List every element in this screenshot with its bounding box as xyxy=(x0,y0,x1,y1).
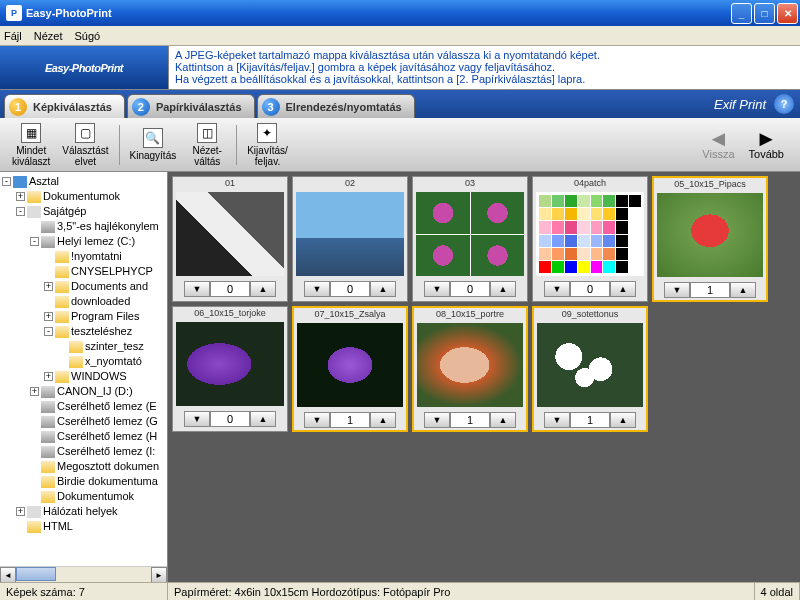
tree-label: Cserélhető lemez (I: xyxy=(57,444,155,459)
collapse-icon[interactable]: - xyxy=(44,327,53,336)
tree-item[interactable]: Birdie dokumentuma xyxy=(2,474,165,489)
status-pages: 4 oldal xyxy=(755,583,800,600)
menu-help[interactable]: Súgó xyxy=(74,30,100,42)
expand-icon[interactable]: + xyxy=(16,507,25,516)
tree-item[interactable]: Cserélhető lemez (I: xyxy=(2,444,165,459)
decrement-button[interactable]: ▼ xyxy=(664,282,690,298)
select-all-icon: ▦ xyxy=(21,123,41,143)
maximize-button[interactable]: □ xyxy=(754,3,775,24)
tree-item[interactable]: Megosztott dokumen xyxy=(2,459,165,474)
decrement-button[interactable]: ▼ xyxy=(544,281,570,297)
increment-button[interactable]: ▲ xyxy=(370,412,396,428)
thumb-image xyxy=(296,192,404,276)
app-logo: Easy-PhotoPrint xyxy=(0,46,168,89)
expand-icon[interactable]: + xyxy=(44,282,53,291)
scroll-left-button[interactable]: ◄ xyxy=(0,567,16,582)
tree-item[interactable]: CNYSELPHYCP xyxy=(2,264,165,279)
minimize-button[interactable]: _ xyxy=(731,3,752,24)
tree-label: HTML xyxy=(43,519,73,534)
tree-item[interactable]: -Sajátgép xyxy=(2,204,165,219)
zoom-button[interactable]: 🔍 Kinagyítás xyxy=(124,126,183,163)
tree-label: x_nyomtató xyxy=(85,354,142,369)
help-button[interactable]: ? xyxy=(774,94,794,114)
scroll-right-button[interactable]: ► xyxy=(151,567,167,582)
tree-item[interactable]: -Helyi lemez (C:) xyxy=(2,234,165,249)
deselect-all-button[interactable]: ▢ Választástelvet xyxy=(56,121,114,169)
collapse-icon[interactable]: - xyxy=(30,237,39,246)
decrement-button[interactable]: ▼ xyxy=(184,411,210,427)
thumbnail[interactable]: 04patch▼0▲ xyxy=(532,176,648,302)
correct-button[interactable]: ✦ Kijavítás/feljav. xyxy=(241,121,294,169)
tree-item[interactable]: -Asztal xyxy=(2,174,165,189)
tab-number-icon: 2 xyxy=(132,98,150,116)
tree-item[interactable]: -teszteléshez xyxy=(2,324,165,339)
scroll-thumb[interactable] xyxy=(16,567,56,581)
expand-icon[interactable]: + xyxy=(44,372,53,381)
tree-item[interactable]: Cserélhető lemez (H xyxy=(2,429,165,444)
increment-button[interactable]: ▲ xyxy=(730,282,756,298)
thumbnail[interactable]: 01▼0▲ xyxy=(172,176,288,302)
increment-button[interactable]: ▲ xyxy=(610,281,636,297)
drive-icon xyxy=(41,401,55,413)
increment-button[interactable]: ▲ xyxy=(250,411,276,427)
drive-icon xyxy=(41,446,55,458)
tree-item[interactable]: Cserélhető lemez (G xyxy=(2,414,165,429)
tree-item[interactable]: downloaded xyxy=(2,294,165,309)
back-button[interactable]: ◄ Vissza xyxy=(702,130,734,160)
tree-label: Asztal xyxy=(29,174,59,189)
close-button[interactable]: ✕ xyxy=(777,3,798,24)
tab-image-select[interactable]: 1 Képkiválasztás xyxy=(4,94,125,118)
horizontal-scrollbar[interactable]: ◄ ► xyxy=(0,566,167,582)
decrement-button[interactable]: ▼ xyxy=(424,281,450,297)
tabbar: 1 Képkiválasztás 2 Papírkiválasztás 3 El… xyxy=(0,90,800,118)
copy-count: 1 xyxy=(570,412,610,428)
tree-item[interactable]: HTML xyxy=(2,519,165,534)
select-all-button[interactable]: ▦ Mindetkiválaszt xyxy=(6,121,56,169)
tree-item[interactable]: +Dokumentumok xyxy=(2,189,165,204)
expand-icon[interactable]: + xyxy=(16,192,25,201)
magnifier-icon: 🔍 xyxy=(143,128,163,148)
tree-label: szinter_tesz xyxy=(85,339,144,354)
decrement-button[interactable]: ▼ xyxy=(424,412,450,428)
decrement-button[interactable]: ▼ xyxy=(184,281,210,297)
tree-item[interactable]: szinter_tesz xyxy=(2,339,165,354)
thumbnail[interactable]: 09_sotettonus▼1▲ xyxy=(532,306,648,432)
thumbnail[interactable]: 03▼0▲ xyxy=(412,176,528,302)
increment-button[interactable]: ▲ xyxy=(490,412,516,428)
tree-item[interactable]: Dokumentumok xyxy=(2,489,165,504)
tree-item[interactable]: +CANON_IJ (D:) xyxy=(2,384,165,399)
thumb-filename: 03 xyxy=(413,177,527,189)
tree-item[interactable]: 3,5"-es hajlékonylem xyxy=(2,219,165,234)
decrement-button[interactable]: ▼ xyxy=(304,412,330,428)
tree-item[interactable]: +Documents and xyxy=(2,279,165,294)
tree-item[interactable]: +Program Files xyxy=(2,309,165,324)
tree-item[interactable]: Cserélhető lemez (E xyxy=(2,399,165,414)
collapse-icon[interactable]: - xyxy=(16,207,25,216)
thumbnail[interactable]: 07_10x15_Zsalya▼1▲ xyxy=(292,306,408,432)
expand-icon[interactable]: + xyxy=(30,387,39,396)
decrement-button[interactable]: ▼ xyxy=(544,412,570,428)
tree-item[interactable]: !nyomtatni xyxy=(2,249,165,264)
collapse-icon[interactable]: - xyxy=(2,177,11,186)
tree-item[interactable]: +Hálózati helyek xyxy=(2,504,165,519)
tab-layout-print[interactable]: 3 Elrendezés/nyomtatás xyxy=(257,94,415,118)
increment-button[interactable]: ▲ xyxy=(610,412,636,428)
tree-item[interactable]: x_nyomtató xyxy=(2,354,165,369)
thumbnail[interactable]: 05_10x15_Pipacs▼1▲ xyxy=(652,176,768,302)
menu-file[interactable]: Fájl xyxy=(4,30,22,42)
menu-view[interactable]: Nézet xyxy=(34,30,63,42)
view-switch-button[interactable]: ◫ Nézet-váltás xyxy=(182,121,232,169)
increment-button[interactable]: ▲ xyxy=(250,281,276,297)
decrement-button[interactable]: ▼ xyxy=(304,281,330,297)
increment-button[interactable]: ▲ xyxy=(370,281,396,297)
info-line: Kattintson a [Kijavítás/feljav.] gombra … xyxy=(175,61,794,73)
thumbnail[interactable]: 06_10x15_torjoke▼0▲ xyxy=(172,306,288,432)
tab-paper-select[interactable]: 2 Papírkiválasztás xyxy=(127,94,255,118)
increment-button[interactable]: ▲ xyxy=(490,281,516,297)
thumbnail[interactable]: 08_10x15_portre▼1▲ xyxy=(412,306,528,432)
thumbnail[interactable]: 02▼0▲ xyxy=(292,176,408,302)
tree-item[interactable]: +WINDOWS xyxy=(2,369,165,384)
expand-icon[interactable]: + xyxy=(44,312,53,321)
tree-label: Hálózati helyek xyxy=(43,504,118,519)
next-button[interactable]: ► Tovább xyxy=(749,130,784,160)
